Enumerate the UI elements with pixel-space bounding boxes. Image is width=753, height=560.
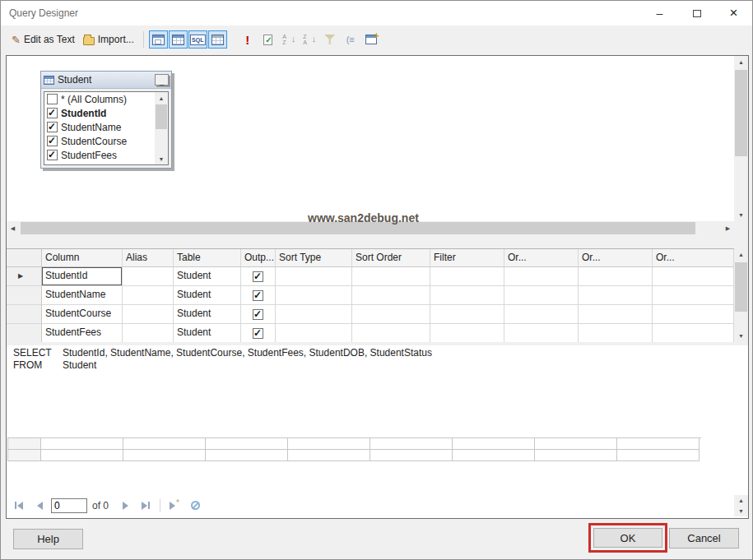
group-by-button[interactable] bbox=[341, 30, 360, 49]
show-results-pane-button[interactable] bbox=[208, 30, 227, 49]
criteria-cell-or[interactable] bbox=[653, 324, 734, 343]
scroll-down-icon[interactable]: ▼ bbox=[734, 209, 748, 221]
column-checkbox[interactable] bbox=[47, 108, 58, 118]
criteria-cell-alias[interactable] bbox=[123, 286, 174, 305]
criteria-cell-or[interactable] bbox=[504, 324, 579, 343]
scroll-up-icon[interactable]: ▲ bbox=[734, 56, 748, 68]
criteria-cell-or[interactable] bbox=[653, 305, 734, 324]
ok-button[interactable]: OK bbox=[593, 528, 662, 548]
add-table-button[interactable] bbox=[361, 30, 381, 49]
criteria-cell-sort-order[interactable] bbox=[352, 305, 430, 324]
remove-filter-button[interactable] bbox=[320, 30, 340, 49]
criteria-cell-filter[interactable] bbox=[430, 305, 504, 324]
criteria-vertical-scrollbar[interactable]: ▲ ▼ bbox=[734, 248, 748, 342]
scroll-left-icon[interactable]: ◀ bbox=[7, 221, 19, 235]
row-selector[interactable] bbox=[7, 324, 42, 343]
output-checkbox[interactable] bbox=[253, 309, 263, 320]
criteria-cell-output[interactable] bbox=[241, 267, 276, 286]
criteria-cell-table[interactable]: Student bbox=[174, 267, 241, 286]
criteria-cell-or[interactable] bbox=[504, 286, 579, 305]
show-sql-pane-button[interactable]: SQL bbox=[188, 30, 207, 49]
column-item-studentfees[interactable]: StudentFees bbox=[44, 148, 155, 162]
criteria-cell-or[interactable] bbox=[653, 267, 734, 286]
row-selector[interactable] bbox=[7, 267, 42, 286]
output-checkbox[interactable] bbox=[253, 290, 263, 301]
show-criteria-pane-button[interactable] bbox=[169, 30, 188, 49]
criteria-cell-alias[interactable] bbox=[123, 267, 174, 286]
column-item-all-columns[interactable]: * (All Columns) bbox=[44, 92, 155, 106]
column-checkbox[interactable] bbox=[47, 150, 58, 160]
scrollbar-thumb[interactable] bbox=[735, 70, 747, 156]
close-button[interactable] bbox=[715, 1, 752, 25]
criteria-cell-table[interactable]: Student bbox=[174, 324, 241, 343]
sort-ascending-button[interactable] bbox=[279, 30, 299, 49]
sql-pane[interactable]: SELECT StudentId, StudentName, StudentCo… bbox=[7, 345, 748, 436]
criteria-cell-column[interactable]: StudentFees bbox=[42, 324, 123, 343]
show-diagram-pane-button[interactable] bbox=[149, 30, 168, 49]
last-record-button[interactable] bbox=[137, 497, 155, 514]
criteria-cell-sort-type[interactable] bbox=[276, 286, 352, 305]
criteria-cell-table[interactable]: Student bbox=[174, 286, 241, 305]
criteria-cell-or[interactable] bbox=[579, 286, 653, 305]
criteria-cell-column[interactable]: StudentId bbox=[42, 267, 123, 286]
scroll-up-icon[interactable]: ▲ bbox=[734, 248, 748, 261]
criteria-cell-column[interactable]: StudentCourse bbox=[42, 305, 123, 324]
criteria-cell-or[interactable] bbox=[579, 324, 653, 343]
next-record-button[interactable] bbox=[116, 497, 134, 514]
verify-sql-button[interactable] bbox=[258, 30, 278, 49]
scroll-right-icon[interactable]: ▶ bbox=[722, 221, 734, 235]
table-window-titlebar[interactable]: Student bbox=[41, 72, 171, 89]
table-window-student[interactable]: Student * (All Columns) StudentId bbox=[40, 71, 172, 169]
criteria-cell-or[interactable] bbox=[653, 286, 734, 305]
criteria-cell-sort-type[interactable] bbox=[276, 324, 352, 343]
criteria-cell-filter[interactable] bbox=[430, 267, 504, 286]
scroll-down-icon[interactable]: ▼ bbox=[734, 506, 748, 516]
criteria-cell-or[interactable] bbox=[504, 305, 579, 324]
cancel-edit-button[interactable] bbox=[186, 497, 204, 514]
cancel-button[interactable]: Cancel bbox=[669, 528, 739, 548]
scroll-up-icon[interactable]: ▲ bbox=[734, 495, 748, 506]
column-list-scrollbar[interactable]: ▲ ▼ bbox=[155, 92, 168, 164]
criteria-cell-sort-order[interactable] bbox=[352, 286, 430, 305]
criteria-cell-sort-order[interactable] bbox=[352, 267, 430, 286]
criteria-cell-or[interactable] bbox=[504, 267, 579, 286]
output-checkbox[interactable] bbox=[253, 328, 263, 339]
output-checkbox[interactable] bbox=[253, 271, 263, 282]
previous-record-button[interactable] bbox=[30, 497, 49, 514]
column-checkbox[interactable] bbox=[47, 122, 58, 132]
new-record-button[interactable]: * bbox=[165, 497, 184, 514]
column-checkbox[interactable] bbox=[47, 136, 58, 146]
criteria-cell-filter[interactable] bbox=[430, 286, 504, 305]
help-button[interactable]: Help bbox=[13, 529, 83, 549]
execute-query-button[interactable]: ! bbox=[238, 30, 258, 49]
criteria-cell-output[interactable] bbox=[241, 324, 276, 343]
criteria-cell-or[interactable] bbox=[579, 267, 653, 286]
row-selector[interactable] bbox=[7, 305, 42, 324]
criteria-cell-output[interactable] bbox=[241, 286, 276, 305]
scroll-down-icon[interactable]: ▼ bbox=[734, 330, 748, 342]
diagram-vertical-scrollbar[interactable]: ▲ ▼ bbox=[734, 56, 748, 221]
results-vertical-scrollbar[interactable]: ▲ ▼ bbox=[734, 495, 748, 516]
diagram-pane[interactable]: Student * (All Columns) StudentId bbox=[7, 56, 734, 221]
criteria-cell-filter[interactable] bbox=[430, 324, 504, 343]
criteria-cell-alias[interactable] bbox=[123, 305, 174, 324]
pane-splitter[interactable] bbox=[7, 235, 748, 248]
import-button[interactable]: Import... bbox=[79, 31, 138, 48]
criteria-cell-table[interactable]: Student bbox=[174, 305, 241, 324]
scrollbar-thumb[interactable] bbox=[156, 104, 167, 129]
scroll-up-icon[interactable]: ▲ bbox=[155, 92, 168, 104]
sort-descending-button[interactable] bbox=[300, 30, 319, 49]
results-grid[interactable] bbox=[7, 437, 701, 461]
criteria-cell-alias[interactable] bbox=[123, 324, 174, 343]
column-item-studentid[interactable]: StudentId bbox=[44, 106, 155, 120]
row-selector[interactable] bbox=[7, 286, 42, 305]
column-item-studentname[interactable]: StudentName bbox=[44, 120, 155, 134]
minimize-button[interactable] bbox=[641, 1, 678, 25]
criteria-cell-sort-type[interactable] bbox=[276, 267, 352, 286]
criteria-cell-output[interactable] bbox=[241, 305, 276, 324]
maximize-button[interactable] bbox=[678, 1, 715, 25]
scroll-down-icon[interactable]: ▼ bbox=[155, 153, 168, 164]
column-checkbox[interactable] bbox=[47, 94, 58, 104]
criteria-cell-or[interactable] bbox=[579, 305, 653, 324]
first-record-button[interactable] bbox=[10, 497, 28, 514]
